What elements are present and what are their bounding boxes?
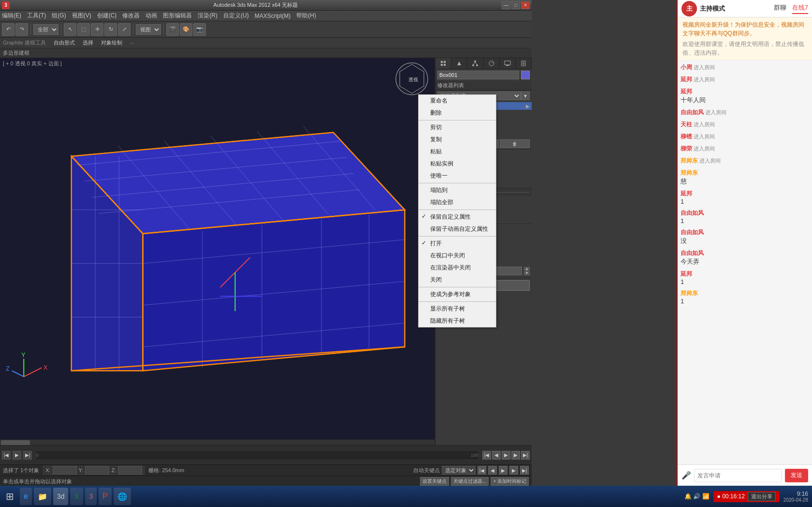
ctx-preserve-anim-custom[interactable]: 保留子动画自定义属性 (419, 223, 496, 235)
close-button[interactable]: ✕ (521, 1, 530, 9)
object-name-input[interactable] (437, 71, 519, 79)
maximize-button[interactable]: □ (511, 1, 520, 9)
panel-tab-motion[interactable] (484, 58, 500, 69)
panel-tab-create[interactable] (435, 58, 451, 69)
undo-button[interactable]: ↶ (2, 23, 14, 36)
powerpoint-taskbar-button[interactable]: P (99, 488, 112, 505)
menu-create[interactable]: 创建(C) (97, 12, 117, 20)
offset-down-button[interactable]: ▼ (524, 271, 530, 275)
panel-tab-hierarchy[interactable] (467, 58, 483, 69)
selection-filter-dropdown[interactable]: 全部 (33, 24, 58, 35)
graphite-tab-paint[interactable]: 对象绘制 (101, 39, 122, 46)
play-anim-button[interactable]: ▶ (502, 451, 510, 460)
camera-button[interactable]: 📷 (193, 23, 206, 36)
ctx-paste-instance[interactable]: 粘贴实例 (419, 158, 496, 170)
3dsmax2-taskbar-button[interactable]: 3 (85, 488, 97, 505)
scrollbar-thumb-h[interactable] (1, 440, 30, 445)
start-button[interactable]: ⊞ (2, 488, 18, 505)
reference-coord-dropdown[interactable]: 视图 (136, 24, 161, 35)
rotate-button[interactable]: ↻ (104, 23, 117, 36)
ie-taskbar-button[interactable]: e (20, 488, 32, 505)
menu-render[interactable]: 渲染(R) (198, 12, 218, 20)
auto-key-go-end[interactable]: ▶| (520, 466, 529, 475)
folder-taskbar-button[interactable]: 📁 (34, 488, 51, 505)
auto-key-prev[interactable]: ◀ (488, 466, 497, 475)
graphite-tab-select[interactable]: 选择 (83, 39, 93, 46)
redo-button[interactable]: ↷ (15, 23, 28, 36)
ctx-collapse-to[interactable]: 塌陷到 (419, 184, 496, 196)
select-region-button[interactable]: ⬚ (77, 23, 90, 36)
select-object-button[interactable]: ↖ (64, 23, 76, 36)
viewport[interactable]: [ + 0 透视 0 真实 + 边面 ] (0, 58, 435, 445)
render-button[interactable]: 🎬 (166, 23, 179, 36)
ctx-delete[interactable]: 删除 (419, 107, 496, 119)
modifier-expand-btn[interactable]: ▶ (526, 104, 530, 109)
ctx-preserve-custom[interactable]: 保留自定义属性 (419, 211, 496, 223)
offset-spinner[interactable]: ▲ ▼ (524, 267, 530, 275)
modifier-dropdown-arrow[interactable]: ▼ (521, 91, 530, 100)
menu-customize[interactable]: 自定义(U) (223, 12, 249, 20)
prev-frame-button[interactable]: |◀ (2, 451, 11, 460)
chat-tab-group[interactable]: 群聊 (774, 3, 786, 14)
graphite-tab-freeform[interactable]: 自由形式 (54, 39, 75, 46)
auto-key-go-start[interactable]: |◀ (478, 466, 486, 475)
chat-send-button[interactable]: 发送 (785, 469, 808, 482)
ctx-show-all-subtree[interactable]: 显示所有子树 (419, 303, 496, 315)
auto-key-next[interactable]: ▶ (509, 466, 518, 475)
next-frame-button[interactable]: ▶| (23, 451, 32, 460)
panel-tab-modify[interactable] (451, 58, 467, 69)
material-editor-button[interactable]: 🎨 (180, 23, 192, 36)
auto-key-dropdown[interactable]: 选定对象 (442, 466, 476, 475)
go-start-button[interactable]: |◀ (482, 451, 491, 460)
set-keys-button[interactable]: 设置关键点 (420, 477, 449, 486)
panel-tab-display[interactable] (500, 58, 516, 69)
menu-animation[interactable]: 动画 (145, 12, 157, 20)
next-key-button[interactable]: ▶ (511, 451, 520, 460)
ctx-cut[interactable]: 剪切 (419, 121, 496, 134)
ctx-open[interactable]: 打开 (419, 238, 496, 250)
ctx-make-unique[interactable]: 使唯一 (419, 170, 496, 182)
menu-maxscript[interactable]: MAXScript(M) (255, 13, 291, 19)
ctx-make-reference[interactable]: 使成为参考对象 (419, 288, 496, 300)
ctx-hide-all-subtree[interactable]: 隐藏所有子树 (419, 315, 496, 327)
menu-modifier[interactable]: 修改器 (122, 12, 140, 20)
panel-tab-utilities[interactable] (516, 58, 532, 69)
menu-view[interactable]: 视图(V) (72, 12, 91, 20)
menu-tools[interactable]: 工具(T) (27, 12, 46, 20)
add-time-button[interactable]: + 添加时间标记 (491, 477, 529, 486)
browser-taskbar-button[interactable]: 🌐 (114, 488, 131, 505)
exit-share-button[interactable]: 退出分享 (748, 492, 776, 501)
play-button[interactable]: ▶ (13, 451, 21, 460)
chat-messages[interactable]: 小周 进入房间延邦 进入房间延邦十年人间自由如风 进入房间天柱 进入房间梯铿 进… (678, 60, 812, 464)
offset-up-button[interactable]: ▲ (524, 267, 530, 271)
chat-input-field[interactable] (694, 469, 782, 482)
object-color-swatch[interactable] (521, 71, 530, 79)
go-end-button[interactable]: ▶| (521, 451, 530, 460)
scale-button[interactable]: ⤢ (118, 23, 130, 36)
y-coord-input[interactable] (85, 466, 109, 475)
z-coord-input[interactable] (118, 466, 142, 475)
menu-group[interactable]: 组(G) (52, 12, 66, 20)
ctx-close-renderer[interactable]: 在渲染器中关闭 (419, 262, 496, 274)
minimize-button[interactable]: — (502, 1, 510, 9)
ctx-copy[interactable]: 复制 (419, 134, 496, 146)
timeline-track[interactable]: 0 100 (36, 450, 478, 460)
menu-graph-editor[interactable]: 图形编辑器 (163, 12, 192, 20)
excel-taskbar-button[interactable]: Ⅹ (70, 488, 83, 505)
graphite-tab-extra[interactable]: ··· (130, 40, 134, 46)
x-coord-input[interactable] (53, 466, 77, 475)
key-filter-button[interactable]: 关键点过滤器... (451, 477, 489, 486)
menu-edit[interactable]: 编辑(E) (2, 12, 21, 20)
ctx-close-viewport[interactable]: 在视口中关闭 (419, 250, 496, 262)
3dsmax-taskbar-button[interactable]: 3d (53, 488, 69, 505)
auto-key-play[interactable]: ▶ (499, 466, 508, 475)
ctx-collapse-all[interactable]: 塌陷全部 (419, 196, 496, 209)
chat-tab-online[interactable]: 在线7 (792, 3, 808, 14)
viewport-scrollbar-h[interactable] (0, 439, 435, 445)
tray-icons[interactable]: 🔔 🔊 📶 (684, 493, 710, 500)
ctx-paste[interactable]: 粘贴 (419, 146, 496, 158)
ctx-close[interactable]: 关闭 (419, 274, 496, 286)
ctx-rename[interactable]: 重命名 (419, 95, 496, 107)
menu-help[interactable]: 帮助(H) (296, 12, 316, 20)
navigation-cube[interactable]: 透视 (395, 62, 429, 96)
